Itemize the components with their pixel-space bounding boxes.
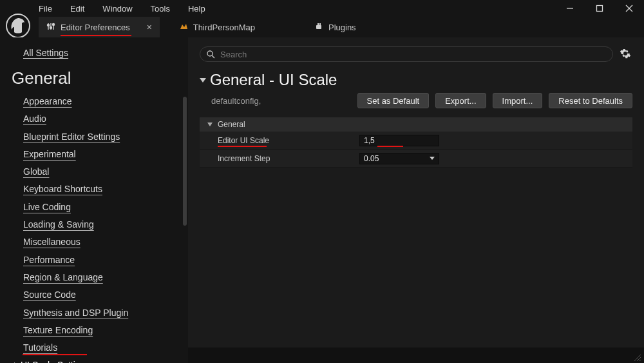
sidebar-item-label: Audio <box>23 113 46 124</box>
menu-bar: File Edit Window Tools Help <box>0 0 644 17</box>
import-button[interactable]: Import... <box>493 93 543 108</box>
tab-label: Editor Preferences <box>61 23 130 32</box>
increment-step-dropdown[interactable]: 0.05 <box>359 153 439 164</box>
chevron-down-icon <box>207 123 213 126</box>
svg-rect-11 <box>316 25 321 29</box>
section-header-general[interactable]: General <box>200 117 632 132</box>
sidebar-item-ui-scale-settings[interactable]: UI Scale Settings <box>23 360 176 363</box>
sidebar-item-label: Miscellaneous <box>23 237 80 247</box>
property-row-increment-step: Increment Step 0.05 <box>200 150 632 168</box>
level-icon <box>179 22 188 33</box>
config-label: defaultconfig, <box>211 96 357 106</box>
sidebar-item-source-code[interactable]: Source Code <box>23 289 176 300</box>
sidebar-item-keyboard-shortcuts[interactable]: Keyboard Shortcuts <box>23 184 176 195</box>
maximize-button[interactable] <box>585 0 614 17</box>
scrollbar[interactable] <box>183 97 187 226</box>
status-bar <box>188 348 644 363</box>
sidebar-item-label: Synthesis and DSP Plugin <box>23 308 128 318</box>
sidebar-item-synthesis-and-dsp-plugin[interactable]: Synthesis and DSP Plugin <box>23 308 176 319</box>
close-icon[interactable]: × <box>147 22 152 32</box>
property-label: Editor UI Scale <box>200 136 359 145</box>
tab-label: Plugins <box>328 23 356 32</box>
sidebar-item-label: Appearance <box>23 96 72 106</box>
property-label: Increment Step <box>200 154 359 163</box>
svg-rect-13 <box>319 23 321 25</box>
highlight-underline <box>218 146 267 147</box>
minimize-button[interactable] <box>555 0 585 17</box>
highlight-underline <box>23 354 87 355</box>
svg-line-15 <box>212 55 214 58</box>
sidebar-section-title: General <box>12 68 176 88</box>
section-title: General <box>218 120 245 129</box>
sidebar-item-audio[interactable]: Audio <box>23 113 176 124</box>
unreal-logo <box>5 13 31 39</box>
menu-file[interactable]: File <box>39 4 52 14</box>
sidebar-item-performance[interactable]: Performance <box>23 255 176 266</box>
sidebar-item-label: Loading & Saving <box>23 219 94 230</box>
menu-edit[interactable]: Edit <box>70 4 84 14</box>
settings-sidebar: All Settings General AppearanceAudioBlue… <box>0 37 188 363</box>
sidebar-item-texture-encoding[interactable]: Texture Encoding <box>23 325 176 336</box>
svg-rect-1 <box>597 6 603 12</box>
editor-ui-scale-input[interactable]: 1,5 <box>359 135 439 146</box>
search-placeholder: Search <box>220 50 247 59</box>
page-title: General - UI Scale <box>210 71 337 89</box>
tab-label: ThirdPersonMap <box>193 23 255 32</box>
gear-icon[interactable] <box>620 48 632 61</box>
menu-tools[interactable]: Tools <box>151 4 170 14</box>
menu-help[interactable]: Help <box>188 4 205 14</box>
sidebar-item-label: Tutorials <box>23 342 57 353</box>
search-icon <box>207 50 215 59</box>
svg-line-18 <box>639 360 641 361</box>
sidebar-item-appearance[interactable]: Appearance <box>23 96 176 107</box>
sidebar-item-label: Global <box>23 166 49 177</box>
sidebar-item-label: Experimental <box>23 149 76 159</box>
sidebar-item-miscellaneous[interactable]: Miscellaneous <box>23 237 176 248</box>
sidebar-item-tutorials[interactable]: Tutorials <box>23 342 176 353</box>
sidebar-item-region-language[interactable]: Region & Language <box>23 272 176 283</box>
tab-plugins[interactable]: Plugins <box>307 17 369 37</box>
reset-to-defaults-button[interactable]: Reset to Defaults <box>549 93 632 108</box>
highlight-underline <box>377 146 403 147</box>
svg-point-9 <box>50 26 52 28</box>
sidebar-item-blueprint-editor-settings[interactable]: Blueprint Editor Settings <box>23 132 176 142</box>
sidebar-item-label: Live Coding <box>23 202 71 212</box>
svg-point-10 <box>53 23 55 25</box>
sidebar-item-label: Texture Encoding <box>23 325 93 335</box>
sidebar-item-label: Keyboard Shortcuts <box>23 184 102 194</box>
all-settings-link[interactable]: All Settings <box>23 48 176 58</box>
close-button[interactable] <box>614 0 644 17</box>
set-as-default-button[interactable]: Set as Default <box>357 93 430 108</box>
property-row-editor-ui-scale: Editor UI Scale 1,5 <box>200 132 632 150</box>
highlight-underline <box>61 35 131 36</box>
plugin-icon <box>314 22 323 33</box>
sidebar-item-label: Blueprint Editor Settings <box>23 132 120 142</box>
search-input[interactable]: Search <box>200 46 613 62</box>
svg-point-14 <box>207 51 213 56</box>
window-controls <box>555 0 644 17</box>
sidebar-item-label: UI Scale Settings <box>21 360 90 363</box>
chevron-down-icon[interactable] <box>200 78 206 83</box>
sidebar-item-live-coding[interactable]: Live Coding <box>23 202 176 213</box>
sidebar-item-label: Performance <box>23 255 75 265</box>
sliders-icon <box>46 22 55 33</box>
menu-window[interactable]: Window <box>102 4 132 14</box>
export-button[interactable]: Export... <box>435 93 486 108</box>
sidebar-item-label: Source Code <box>23 289 76 300</box>
sidebar-item-loading-saving[interactable]: Loading & Saving <box>23 219 176 230</box>
sidebar-item-label: Region & Language <box>23 272 103 282</box>
details-panel: Search General - UI Scale defaultconfig,… <box>188 37 644 363</box>
sidebar-item-global[interactable]: Global <box>23 166 176 177</box>
tab-thirdpersonmap[interactable]: ThirdPersonMap <box>171 17 268 37</box>
resize-grip[interactable] <box>632 353 641 362</box>
svg-point-8 <box>48 24 50 26</box>
svg-rect-12 <box>317 23 319 25</box>
sidebar-item-experimental[interactable]: Experimental <box>23 149 176 160</box>
